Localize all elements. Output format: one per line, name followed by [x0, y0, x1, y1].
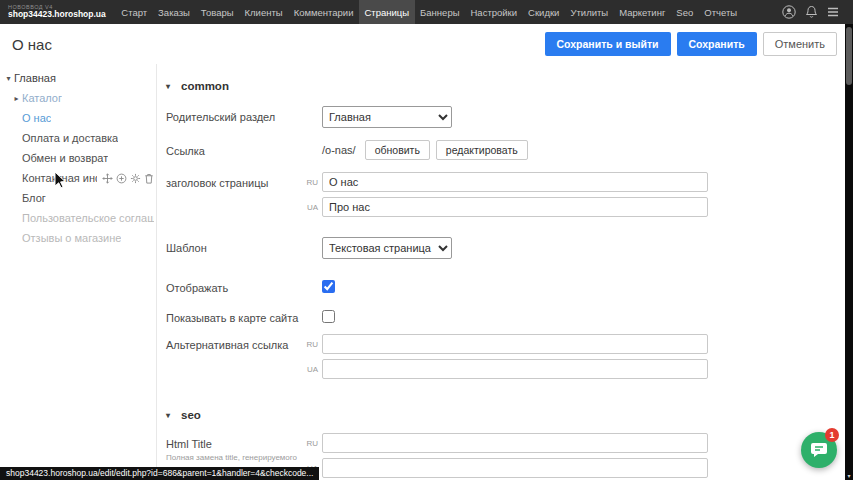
- scroll-down-arrow-icon[interactable]: ▾: [845, 472, 853, 479]
- menu-item-banners[interactable]: Баннеры: [415, 0, 465, 24]
- parent-section-label: Родительский раздел: [166, 106, 302, 123]
- menu-item-start[interactable]: Старт: [116, 0, 153, 24]
- top-menu: Старт Заказы Товары Клиенты Комментарии …: [116, 0, 743, 24]
- menu-item-seo[interactable]: Seo: [671, 0, 699, 24]
- page-header: О нас Сохранить и выйти Сохранить Отмени…: [0, 24, 853, 64]
- admin-app: НОВОВВОД V4 shop34423.horoshop.ua Старт …: [0, 0, 853, 480]
- sidebar-item-blog[interactable]: Блог: [0, 188, 156, 208]
- page-edit-form: ▾ common Родительский раздел Главная Ссы…: [158, 64, 845, 480]
- header-actions: Сохранить и выйти Сохранить Отменить: [545, 32, 853, 56]
- field-display: Отображать: [166, 277, 845, 294]
- html-title-label-text: Html Title: [166, 438, 212, 450]
- parent-section-select[interactable]: Главная: [322, 106, 452, 128]
- field-page-title: заголовок страницы RU UA: [166, 172, 845, 217]
- sidebar-item-about[interactable]: О нас: [0, 108, 156, 128]
- chat-widget-button[interactable]: 1: [801, 432, 837, 468]
- menu-item-utilities[interactable]: Утилиты: [565, 0, 614, 24]
- menu-item-clients[interactable]: Клиенты: [239, 0, 288, 24]
- lang-ru-tag: RU: [302, 439, 318, 448]
- lang-ru-tag: RU: [302, 340, 318, 349]
- cancel-button[interactable]: Отменить: [763, 32, 837, 56]
- move-icon[interactable]: [102, 173, 113, 184]
- sidebar-item-catalog[interactable]: ▸ Каталог: [0, 88, 156, 108]
- sidebar-item-payment-delivery[interactable]: Оплата и доставка: [0, 128, 156, 148]
- scrollbar-thumb[interactable]: [846, 27, 852, 85]
- field-link: Ссылка /o-nas/ обновить редактировать: [166, 140, 845, 160]
- topbar-right: [782, 5, 853, 19]
- html-title-ru-input[interactable]: [322, 433, 708, 453]
- alt-link-label: Альтернативная ссылка: [166, 334, 302, 351]
- section-seo-title: seo: [181, 409, 201, 421]
- sidebar-item-contact-info[interactable]: Контактная инфор: [0, 168, 156, 188]
- section-seo[interactable]: ▾ seo: [166, 409, 845, 421]
- sidebar-item-label: Главная: [14, 72, 56, 84]
- menu-item-pages[interactable]: Страницы: [359, 0, 415, 24]
- sidebar-item-home[interactable]: ▾ Главная: [0, 68, 156, 88]
- sitemap-label: Показывать в карте сайта: [166, 307, 302, 324]
- sitemap-checkbox[interactable]: [322, 310, 335, 323]
- field-template: Шаблон Текстовая страница: [166, 237, 845, 259]
- topbar: НОВОВВОД V4 shop34423.horoshop.ua Старт …: [0, 0, 853, 24]
- link-edit-button[interactable]: редактировать: [436, 140, 528, 160]
- sidebar-item-label: Оплата и доставка: [22, 132, 118, 144]
- lang-ua-tag: UA: [302, 365, 318, 374]
- menu-item-comments[interactable]: Комментарии: [288, 0, 359, 24]
- page-title: О нас: [0, 36, 52, 53]
- field-alt-link: Альтернативная ссылка RU UA: [166, 334, 845, 379]
- sidebar-item-label: Блог: [22, 192, 46, 204]
- menu-item-discounts[interactable]: Скидки: [523, 0, 565, 24]
- menu-hamburger-icon[interactable]: [827, 7, 839, 17]
- field-parent-section: Родительский раздел Главная: [166, 106, 845, 128]
- menu-item-products[interactable]: Товары: [195, 0, 239, 24]
- brand-logo[interactable]: НОВОВВОД V4 shop34423.horoshop.ua: [0, 2, 116, 22]
- sidebar-item-label: Контактная инфор: [22, 172, 97, 184]
- lang-ru-tag: RU: [302, 178, 318, 187]
- sidebar-item-label: Пользовательское соглашение: [22, 212, 154, 224]
- display-label: Отображать: [166, 277, 302, 294]
- settings-gear-icon[interactable]: [130, 173, 141, 184]
- chat-unread-badge: 1: [825, 428, 839, 442]
- caret-down-icon[interactable]: ▾: [3, 74, 14, 83]
- field-sitemap: Показывать в карте сайта: [166, 307, 845, 324]
- menu-item-reports[interactable]: Отчеты: [699, 0, 743, 24]
- sidebar-item-label: Отзывы о магазине: [22, 232, 121, 244]
- menu-item-settings[interactable]: Настройки: [465, 0, 523, 24]
- alt-link-ru-input[interactable]: [322, 334, 708, 354]
- account-icon[interactable]: [782, 5, 796, 19]
- display-checkbox[interactable]: [322, 280, 335, 293]
- lang-ua-tag: UA: [302, 203, 318, 212]
- menu-item-orders[interactable]: Заказы: [153, 0, 196, 24]
- alt-link-ua-input[interactable]: [322, 359, 708, 379]
- template-label: Шаблон: [166, 237, 302, 254]
- notifications-bell-icon[interactable]: [805, 5, 818, 19]
- section-common[interactable]: ▾ common: [166, 80, 845, 92]
- section-common-title: common: [181, 80, 229, 92]
- html-title-ua-input[interactable]: [322, 458, 708, 478]
- sidebar-item-label: О нас: [22, 112, 51, 124]
- delete-trash-icon[interactable]: [144, 173, 154, 184]
- caret-right-icon[interactable]: ▸: [11, 94, 22, 103]
- sidebar-item-user-agreement[interactable]: Пользовательское соглашение: [0, 208, 156, 228]
- brand-domain: shop34423.horoshop.ua: [8, 10, 106, 20]
- browser-status-url: shop34423.horoshop.ua/edit/edit.php?id=6…: [0, 467, 319, 480]
- add-subpage-icon[interactable]: [116, 173, 127, 184]
- sidebar-item-shop-reviews[interactable]: Отзывы о магазине: [0, 228, 156, 248]
- html-title-hint: Полная замена title, генерируемого: [166, 453, 302, 463]
- sidebar-item-label: Каталог: [22, 92, 62, 104]
- html-title-label: Html Title Полная замена title, генериру…: [166, 433, 302, 463]
- sidebar-item-label: Обмен и возврат: [22, 152, 108, 164]
- menu-item-marketing[interactable]: Маркетинг: [614, 0, 671, 24]
- sidebar-item-exchange-return[interactable]: Обмен и возврат: [0, 148, 156, 168]
- link-label: Ссылка: [166, 140, 302, 157]
- link-path-value: /o-nas/: [322, 140, 356, 156]
- page-title-ru-input[interactable]: [322, 172, 708, 192]
- caret-down-icon: ▾: [166, 411, 175, 420]
- save-and-exit-button[interactable]: Сохранить и выйти: [545, 32, 671, 56]
- save-button[interactable]: Сохранить: [677, 32, 757, 56]
- link-refresh-button[interactable]: обновить: [365, 140, 430, 160]
- page-title-label: заголовок страницы: [166, 172, 302, 189]
- page-title-ua-input[interactable]: [322, 197, 708, 217]
- vertical-scrollbar[interactable]: ▾: [845, 24, 853, 480]
- caret-down-icon: ▾: [166, 82, 175, 91]
- template-select[interactable]: Текстовая страница: [322, 237, 452, 259]
